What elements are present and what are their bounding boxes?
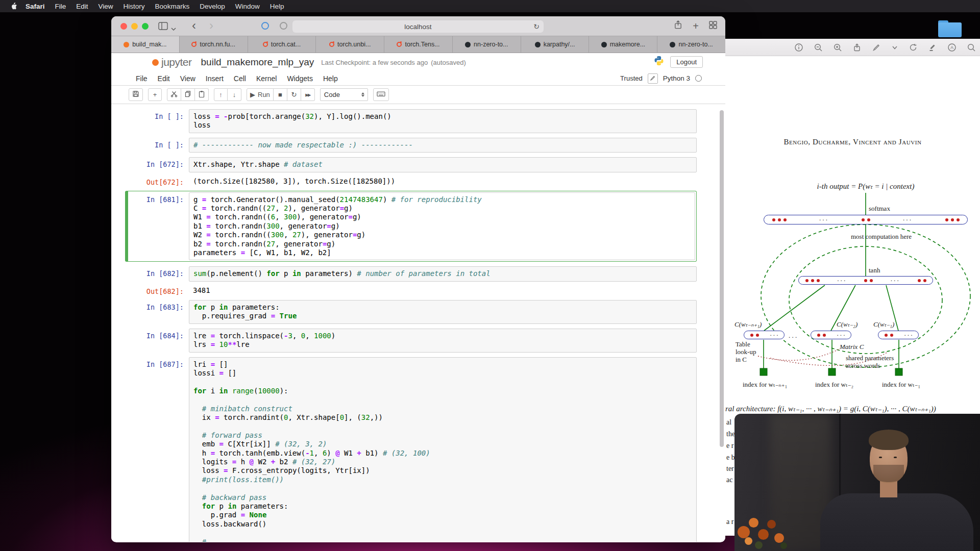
code-input[interactable]: # ------------ now made respectable :) -… xyxy=(189,138,697,153)
menu-item-cell[interactable]: Cell xyxy=(229,73,251,84)
code-input[interactable]: sum(p.nelement() for p in parameters) # … xyxy=(189,266,697,281)
code-input[interactable]: Xtr.shape, Ytr.shape # dataset xyxy=(189,157,697,172)
tab-torch-tens[interactable]: torch.Tens... xyxy=(384,36,452,53)
paper-text-fragment: e b xyxy=(726,454,735,462)
ellipsis-dots: ··· xyxy=(903,218,913,221)
tab-torch-nn-fu[interactable]: torch.nn.fu... xyxy=(179,36,248,53)
text-style-icon[interactable]: A xyxy=(947,43,957,52)
logout-button[interactable]: Logout xyxy=(670,56,703,68)
chevron-down-icon[interactable] xyxy=(891,43,898,52)
notebook-cell[interactable]: In [672]:Xtr.shape, Ytr.shape # datasetO… xyxy=(129,157,697,186)
cut-button[interactable] xyxy=(167,88,181,101)
figure-between-dots: . . . xyxy=(789,332,797,340)
menubar-item-history[interactable]: History xyxy=(118,3,150,10)
notebook-cell[interactable]: In [681]:g = torch.Generator().manual_se… xyxy=(125,191,697,262)
back-button[interactable]: ‹ xyxy=(192,20,196,31)
pencil-icon[interactable] xyxy=(872,43,881,52)
refresh-button[interactable]: ↻ xyxy=(287,88,301,101)
notebook-cell[interactable]: In [682]:sum(p.nelement() for p in param… xyxy=(129,266,697,295)
rotate-icon[interactable] xyxy=(909,43,918,52)
minimize-button[interactable] xyxy=(131,23,138,30)
forward-button[interactable]: › xyxy=(209,20,213,31)
jupyter-logo-icon[interactable]: jupyter xyxy=(152,56,192,68)
menu-item-kernel[interactable]: Kernel xyxy=(251,73,282,84)
cell-type-value: Code xyxy=(324,91,340,98)
info-icon[interactable] xyxy=(794,43,803,52)
notebook-cell[interactable]: In [687]:lri = []lossi = [] for i in ran… xyxy=(129,357,697,542)
run-label: Run xyxy=(258,91,270,98)
figure-table-lookup-label: look-up xyxy=(736,348,756,356)
output-prompt: Out[672]: xyxy=(129,175,189,186)
code-input[interactable]: lre = torch.linspace(-3, 0, 1000)lrs = 1… xyxy=(189,329,697,353)
desktop-folder-icon[interactable] xyxy=(938,20,962,37)
notebook-title[interactable]: build_makemore_mlp_yay xyxy=(201,57,314,68)
tab-nn-zero-to[interactable]: nn-zero-to... xyxy=(657,36,725,53)
notebook-cell[interactable]: In [684]:lre = torch.linspace(-3, 0, 100… xyxy=(129,329,697,353)
notebook-cell[interactable]: In [ ]:loss = -prob[torch.arange(32), Y]… xyxy=(129,109,697,133)
paste-button[interactable] xyxy=(195,88,209,101)
sidebar-toggle-icon[interactable] xyxy=(158,22,168,32)
copy-button[interactable] xyxy=(181,88,195,101)
menubar-item-help[interactable]: Help xyxy=(265,3,289,10)
unit-dots xyxy=(749,334,760,337)
add-button[interactable]: + xyxy=(148,88,162,101)
share-icon[interactable] xyxy=(852,43,862,52)
tab-karpathy[interactable]: karpathy/... xyxy=(521,36,589,53)
share-icon[interactable] xyxy=(674,20,682,32)
menu-item-file[interactable]: File xyxy=(131,73,153,84)
menubar-item-edit[interactable]: Edit xyxy=(71,3,93,10)
code-input[interactable]: for p in parameters: p.requires_grad = T… xyxy=(189,300,697,324)
person-beard-shadow xyxy=(873,465,904,482)
zoom-out-icon[interactable] xyxy=(814,43,823,52)
search-icon[interactable] xyxy=(967,43,976,52)
tab-torch-cat[interactable]: torch.cat... xyxy=(248,36,316,53)
menubar-item-bookmarks[interactable]: Bookmarks xyxy=(150,3,195,10)
save-button[interactable] xyxy=(129,88,143,101)
close-button[interactable] xyxy=(120,23,127,30)
extension-icon-2[interactable] xyxy=(280,22,287,30)
code-input[interactable]: loss = -prob[torch.arange(32), Y].log().… xyxy=(189,109,697,133)
tab-nn-zero-to[interactable]: nn-zero-to... xyxy=(452,36,521,53)
scrollbar-thumb[interactable] xyxy=(720,110,724,447)
menubar-app-name[interactable]: Safari xyxy=(20,3,50,10)
run-button[interactable]: ▶Run xyxy=(247,88,274,101)
new-tab-button[interactable]: + xyxy=(693,21,699,31)
cell-type-select[interactable]: Code xyxy=(320,88,368,101)
code-line: W1 = torch.randn((6, 300), generator=g) xyxy=(193,213,691,221)
code-line: loss xyxy=(193,121,692,130)
extension-icon-1[interactable] xyxy=(261,22,269,30)
unit-dot xyxy=(918,279,921,282)
menu-item-insert[interactable]: Insert xyxy=(201,73,229,84)
highlighter-icon[interactable] xyxy=(928,43,937,52)
sidebar-chevron-icon[interactable] xyxy=(171,24,176,33)
notebook-cell[interactable]: In [ ]:# ------------ now made respectab… xyxy=(129,138,697,153)
menu-item-view[interactable]: View xyxy=(175,73,201,84)
code-input[interactable]: g = torch.Generator().manual_seed(214748… xyxy=(189,192,695,261)
stop-button[interactable]: ■ xyxy=(274,88,287,101)
address-bar[interactable]: localhost ↻ xyxy=(292,20,544,33)
fast-forward-button[interactable]: ▸▸ xyxy=(301,88,315,101)
menu-item-widgets[interactable]: Widgets xyxy=(282,73,318,84)
menu-item-edit[interactable]: Edit xyxy=(153,73,175,84)
menubar-item-file[interactable]: File xyxy=(50,3,71,10)
tab-makemore[interactable]: makemore... xyxy=(589,36,657,53)
code-input[interactable]: lri = []lossi = [] for i in range(10000)… xyxy=(189,357,697,542)
tab-build-mak[interactable]: build_mak... xyxy=(111,36,179,53)
menu-item-help[interactable]: Help xyxy=(318,73,343,84)
menubar-item-view[interactable]: View xyxy=(93,3,118,10)
zoom-in-icon[interactable] xyxy=(833,43,842,52)
down-button[interactable]: ↓ xyxy=(228,88,241,101)
kernel-name[interactable]: Python 3 xyxy=(663,74,690,82)
tab-torch-unbi[interactable]: torch.unbi... xyxy=(315,36,384,53)
tab-overview-icon[interactable] xyxy=(709,21,717,31)
zoom-button[interactable] xyxy=(142,23,149,30)
menubar-item-window[interactable]: Window xyxy=(230,3,265,10)
jupyter-favicon-icon xyxy=(124,42,129,47)
up-button[interactable]: ↑ xyxy=(214,88,228,101)
reload-icon[interactable]: ↻ xyxy=(533,22,540,31)
menubar-item-develop[interactable]: Develop xyxy=(194,3,230,10)
command-palette-button[interactable] xyxy=(373,88,389,101)
apple-menu-icon[interactable] xyxy=(7,2,20,10)
embedding-box-1: ··· xyxy=(744,331,785,339)
notebook-cell[interactable]: In [683]:for p in parameters: p.requires… xyxy=(129,300,697,324)
